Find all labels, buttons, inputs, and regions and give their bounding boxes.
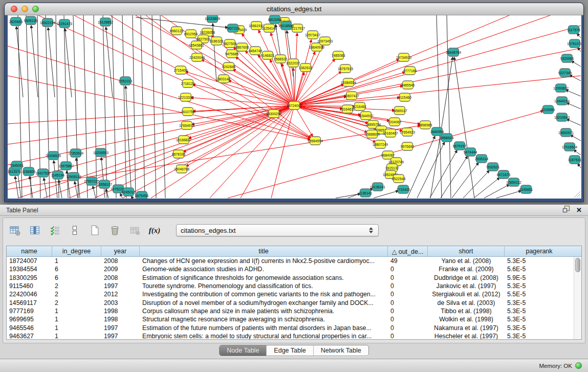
graph-node[interactable]: 9146821 (261, 51, 275, 59)
graph-node[interactable]: 8813054 (268, 15, 282, 24)
table-selector-dropdown[interactable]: citations_edges.txt (176, 224, 379, 236)
column-header-out_degree[interactable]: △ out_de... (388, 246, 428, 256)
scrollbar-thumb[interactable] (575, 258, 580, 272)
close-window-button[interactable] (11, 6, 17, 12)
table-row[interactable]: 969969511998Structural magnetic resonanc… (7, 315, 574, 323)
graph-node[interactable]: 8471676 (497, 170, 511, 179)
graph-node[interactable]: 9827508 (223, 39, 237, 48)
graph-node[interactable]: 10654112 (506, 178, 521, 186)
table-row[interactable]: 1456911722003Disruption of a novel membe… (7, 298, 574, 307)
graph-node[interactable]: 9465546 (401, 81, 415, 89)
graph-node[interactable]: 1156809 (22, 167, 35, 176)
graph-node[interactable]: 8958924 (440, 134, 454, 142)
column-header-in_degree[interactable]: in_degree (52, 246, 101, 256)
graph-node[interactable]: 10975887 (58, 162, 74, 170)
graph-node[interactable]: 9242845 (222, 62, 236, 71)
select-rows-button[interactable] (48, 224, 61, 237)
graph-node[interactable]: 8454749 (249, 47, 263, 55)
graph-node[interactable]: 16033809 (205, 15, 220, 23)
graph-node[interactable]: 9115460 (398, 93, 411, 101)
graph-node[interactable]: 1610755 (181, 107, 195, 116)
graph-node[interactable]: 1568520 (274, 55, 288, 63)
graph-node[interactable]: 6679197 (453, 142, 467, 150)
table-row[interactable]: 1938455462009Genome-wide association stu… (7, 265, 574, 273)
graph-node[interactable]: 1733426 (397, 185, 410, 193)
graph-node[interactable]: 17654923 (400, 128, 415, 136)
graph-node[interactable]: 8960123 (170, 27, 184, 35)
tab-network-table[interactable]: Network Table (313, 345, 368, 356)
graph-node[interactable]: 1362615 (299, 63, 313, 72)
graph-node[interactable]: 1117578 (567, 26, 580, 34)
new-table-button[interactable] (88, 224, 101, 237)
resize-grip[interactable] (573, 190, 581, 198)
graph-node[interactable]: 2935114 (475, 155, 488, 163)
graph-node[interactable]: 7485083 (332, 51, 345, 59)
table-row[interactable]: 1872400712008Changes of HCN gene express… (7, 257, 574, 265)
tab-edge-table[interactable]: Edge Table (266, 345, 313, 356)
graph-node[interactable]: 2715409 (174, 66, 188, 74)
table-options-button[interactable] (8, 224, 21, 237)
graph-node[interactable]: 18757515 (338, 64, 353, 73)
graph-node[interactable]: 15166827 (176, 136, 191, 144)
graph-node[interactable]: 9505135 (24, 16, 38, 25)
graph-node[interactable]: 12905115 (66, 172, 81, 181)
graph-node[interactable]: 8912954 (184, 30, 198, 38)
delete-table-button[interactable] (108, 224, 121, 237)
graph-node[interactable]: 12973417 (305, 31, 320, 39)
graph-node[interactable]: 9227349 (558, 69, 572, 77)
graph-node[interactable]: 17016504 (562, 143, 577, 151)
graph-node[interactable]: 2522549 (392, 174, 406, 183)
graph-node[interactable]: 8186328 (210, 37, 224, 45)
tab-node-table[interactable]: Node Table (220, 345, 266, 356)
table-row[interactable]: 946554611997Estimation of the future num… (7, 323, 574, 332)
zoom-window-button[interactable] (32, 6, 39, 12)
network-view[interactable]: 1872400715046768887833515166827176549751… (8, 15, 581, 199)
graph-node[interactable]: 19427537 (35, 169, 51, 177)
graph-node[interactable]: 7857224 (226, 24, 240, 32)
window-titlebar[interactable]: citations_edges.txt (5, 3, 583, 15)
graph-node[interactable]: 11544937 (358, 112, 374, 120)
column-header-pagerank[interactable]: pagerank (505, 246, 574, 256)
close-panel-icon[interactable]: ✕ (576, 207, 582, 213)
graph-node[interactable]: 8215955 (541, 105, 555, 114)
graph-node[interactable]: 18724007 (287, 101, 302, 110)
graph-node[interactable]: 15128852 (98, 18, 113, 26)
graph-node[interactable]: 9345051 (10, 161, 24, 169)
table-row[interactable]: 1830029562008Estimation of significance … (7, 274, 574, 282)
graph-node[interactable]: 9474444 (464, 148, 477, 156)
graph-node[interactable]: 14136141 (370, 183, 385, 191)
column-header-year[interactable]: year (101, 246, 140, 256)
graph-node[interactable]: 16206553 (93, 148, 108, 157)
show-columns-button[interactable] (28, 224, 41, 237)
graph-node[interactable]: 15584554 (308, 137, 323, 145)
column-header-title[interactable]: title (140, 246, 388, 256)
table-row[interactable]: 977716911998Corpus callosum shape and si… (7, 307, 574, 315)
graph-node[interactable]: 1675456 (135, 191, 149, 199)
table-row[interactable]: 946362711997Embryonic stem cells: a mode… (7, 332, 574, 339)
graph-node[interactable]: 15751074 (567, 39, 581, 48)
graph-node[interactable]: 16922154 (40, 18, 55, 27)
graph-node[interactable]: 12251473 (57, 19, 72, 28)
graph-node[interactable]: 9777169 (403, 67, 417, 75)
minimize-window-button[interactable] (21, 6, 28, 12)
graph-node[interactable]: 1145194 (51, 171, 64, 179)
table-scrollbar[interactable] (574, 257, 581, 339)
graph-node[interactable]: 10973493 (317, 37, 333, 45)
graph-node[interactable]: 16210643 (554, 113, 570, 121)
graph-node[interactable]: 9475685 (225, 50, 239, 58)
float-panel-icon[interactable] (562, 205, 570, 215)
graph-node[interactable]: 2867608 (235, 43, 249, 51)
graph-node[interactable]: 16648784 (446, 48, 461, 56)
graph-node[interactable]: 9245012 (122, 188, 136, 196)
graph-node[interactable]: 17654975 (179, 121, 194, 129)
graph-node[interactable]: 18807249 (373, 140, 388, 148)
graph-node[interactable]: 9898985 (419, 121, 432, 129)
graph-node[interactable]: 9329966 (560, 54, 574, 62)
graph-node[interactable]: 1216461 (353, 102, 367, 111)
graph-node[interactable]: 2718120 (181, 79, 195, 87)
column-header-name[interactable]: name (7, 246, 52, 256)
graph-node[interactable]: 7632621 (486, 163, 500, 171)
graph-node[interactable]: 8878335 (172, 150, 186, 158)
graph-node[interactable]: 2051013 (119, 77, 133, 85)
table-row[interactable]: 911546021997Tourette syndrome. Phenomeno… (7, 282, 574, 290)
